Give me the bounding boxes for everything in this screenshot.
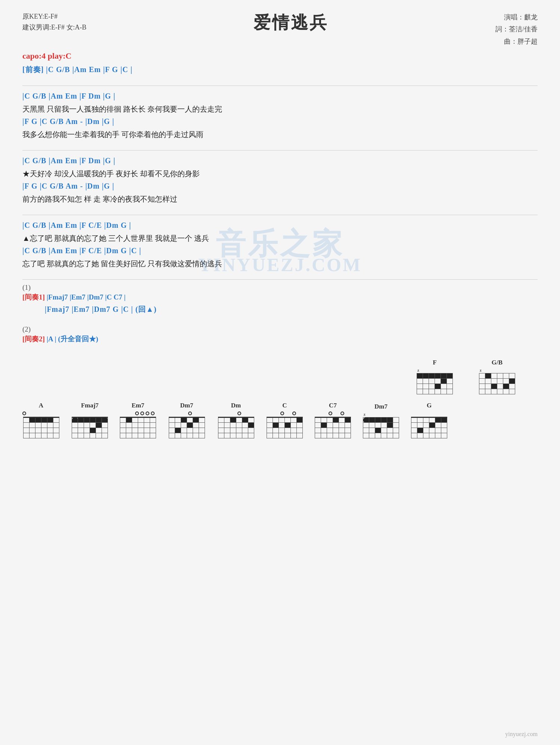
- chord-A: A: [22, 402, 60, 438]
- interlude2-chords: |A | (升全音回★): [47, 335, 98, 343]
- chord-C: C: [267, 402, 303, 438]
- chord-Em7-name: Em7: [132, 402, 144, 409]
- chorus-chord1: |C G/B |Am Em |F C/E |Dm G |: [22, 219, 538, 232]
- chord-F: F z: [417, 359, 453, 394]
- open-dot: [22, 412, 26, 415]
- singer-label: 演唱：: [504, 13, 524, 21]
- open-dot: [237, 412, 241, 415]
- chord-GB: G/B z: [479, 359, 515, 394]
- open-dot: [146, 412, 149, 415]
- chord-Dm7-1: Dm7: [168, 402, 205, 438]
- open-dot: [188, 412, 192, 415]
- verse2-lyric2: 前方的路我不知怎 样 走 寒冷的夜我不知怎样过: [22, 193, 538, 205]
- prelude-line: [前奏] |C G/B |Am Em |F G |C |: [22, 63, 538, 76]
- chord-Dm7-2-name: Dm7: [374, 403, 388, 410]
- page: 原KEY:E-F# 建议男调:E-F# 女:A-B 爱情逃兵 演唱：麒龙 詞：荃…: [0, 0, 560, 745]
- interlude1-chords2: |Fmaj7 |Em7 |Dm7 G |C | (回▲): [22, 303, 538, 316]
- footer-brand: yinyuezj.com: [505, 731, 538, 738]
- interlude1-label: [间奏1]: [22, 293, 45, 301]
- verse2-chord1: |C G/B |Am Em |F Dm |G |: [22, 154, 538, 167]
- open-dot: [329, 412, 332, 415]
- interlude2-num: (2): [22, 325, 538, 333]
- chord-diagrams: F z: [22, 359, 538, 438]
- composer-info: 曲：胖子超: [495, 35, 538, 47]
- chord-Fmaj7: Fmaj7: [72, 402, 108, 438]
- open-dot: [151, 412, 155, 415]
- verse2-chord2: |F G |C G/B Am - |Dm |G |: [22, 180, 538, 192]
- suggested-key: 建议男调:E-F# 女:A-B: [22, 22, 87, 33]
- verse2-lyric1: ★天好冷 却没人温暖我的手 夜好长 却看不见你的身影: [22, 168, 538, 180]
- chord-C-name: C: [282, 402, 287, 409]
- open-dot: [280, 412, 284, 415]
- chord-Dm-name: Dm: [231, 402, 241, 409]
- capo-line: capo:4 play:C: [22, 51, 538, 61]
- interlude1-section: (1) [间奏1] |Fmaj7 |Em7 |Dm7 |C C7 | |Fmaj…: [22, 283, 538, 316]
- interlude2-label: [间奏2]: [22, 335, 45, 343]
- chord-C7-name: C7: [329, 402, 337, 409]
- chord-A-name: A: [39, 402, 43, 409]
- verse1-chord1: |C G/B |Am Em |F Dm |G |: [22, 90, 538, 102]
- chorus-chord2: |C G/B |Am Em |F C/E |Dm G |C |: [22, 244, 538, 257]
- verse2-section: |C G/B |Am Em |F Dm |G | ★天好冷 却没人温暖我的手 夜…: [22, 154, 538, 205]
- verse1-section: |C G/B |Am Em |F Dm |G | 天黑黑 只留我一人孤独的徘徊 …: [22, 90, 538, 140]
- chorus-section: |C G/B |Am Em |F C/E |Dm G | ▲忘了吧 那就真的忘了…: [22, 219, 538, 270]
- verse1-lyric1: 天黑黑 只留我一人孤独的徘徊 路长长 奈何我要一人的去走完: [22, 103, 538, 115]
- chord-Dm7-1-name: Dm7: [180, 402, 193, 409]
- prelude-chords: |C G/B |Am Em |F G |C |: [46, 65, 133, 74]
- lyricist-info: 詞：荃洁/佳香: [495, 23, 538, 35]
- chord-C7: C7: [315, 402, 351, 438]
- prelude-section: [前奏] |C G/B |Am Em |F G |C |: [22, 63, 538, 76]
- singer-info: 演唱：麒龙: [495, 11, 538, 23]
- chord-Dm: Dm: [217, 402, 255, 438]
- open-dot: [135, 412, 139, 415]
- chord-Dm7-2: Dm7 z: [363, 403, 399, 438]
- chord-Em7: Em7: [120, 402, 156, 438]
- title-block: 爱情逃兵: [87, 11, 495, 34]
- open-dot: [340, 412, 344, 415]
- verse1-chord2: |F G |C G/B Am - |Dm |G |: [22, 115, 538, 128]
- chorus-lyric1: ▲忘了吧 那就真的忘了她 三个人世界里 我就是一个 逃兵: [22, 232, 538, 244]
- chord-F-name: F: [433, 359, 436, 366]
- chorus-lyric2: 忘了吧 那就真的忘了她 留住美好回忆 只有我做这爱情的逃兵: [22, 258, 538, 270]
- interlude1-label-line: [间奏1] |Fmaj7 |Em7 |Dm7 |C C7 |: [22, 292, 538, 302]
- open-dot: [292, 412, 296, 415]
- chord-G-name: G: [427, 402, 432, 409]
- chord-GB-name: G/B: [492, 359, 503, 366]
- header-right: 演唱：麒龙 詞：荃洁/佳香 曲：胖子超: [495, 11, 538, 47]
- header-left: 原KEY:E-F# 建议男调:E-F# 女:A-B: [22, 11, 87, 33]
- main-title: 爱情逃兵: [87, 11, 495, 34]
- original-key: 原KEY:E-F#: [22, 11, 87, 22]
- singer-name: 麒龙: [524, 13, 538, 21]
- chord-G: G: [411, 402, 447, 438]
- interlude2-label-line: [间奏2] |A | (升全音回★): [22, 334, 538, 344]
- prelude-bracket: [前奏]: [22, 65, 44, 74]
- interlude1-chords1: |Fmaj7 |Em7 |Dm7 |C C7 |: [47, 293, 125, 301]
- interlude2-section: (2) [间奏2] |A | (升全音回★): [22, 325, 538, 344]
- chord-Fmaj7-name: Fmaj7: [81, 402, 99, 409]
- verse1-lyric2: 我多么想你能一生牵着我的手 可你牵着他的手走过风雨: [22, 128, 538, 140]
- prelude-label: [前奏]: [22, 65, 46, 74]
- header: 原KEY:E-F# 建议男调:E-F# 女:A-B 爱情逃兵 演唱：麒龙 詞：荃…: [22, 11, 538, 47]
- interlude1-num: (1): [22, 283, 538, 292]
- open-dot: [140, 412, 144, 415]
